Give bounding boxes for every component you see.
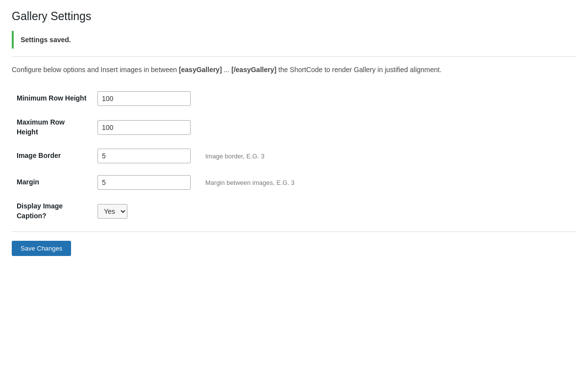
field-label-margin: Margin	[12, 169, 93, 196]
settings-row-max-row-height: Maximum Row Height	[12, 112, 576, 143]
field-label-image-border: Image Border	[12, 143, 93, 169]
field-hint-display-caption	[200, 196, 576, 227]
field-hint-min-row-height	[200, 85, 576, 112]
settings-row-margin: MarginMargin between images, E.G. 3	[12, 169, 576, 196]
settings-row-image-border: Image BorderImage border, E.G. 3	[12, 143, 576, 169]
input-margin[interactable]	[98, 175, 191, 190]
page-title: Gallery Settings	[12, 10, 576, 23]
save-changes-button[interactable]: Save Changes	[12, 241, 71, 256]
bottom-divider	[12, 231, 576, 232]
select-display-caption[interactable]: YesNo	[98, 204, 127, 219]
input-max-row-height[interactable]	[98, 120, 191, 135]
field-label-min-row-height: Minimum Row Height	[12, 85, 93, 112]
field-label-display-caption: Display Image Caption?	[12, 196, 93, 227]
settings-row-min-row-height: Minimum Row Height	[12, 85, 576, 112]
settings-row-display-caption: Display Image Caption?YesNo	[12, 196, 576, 227]
top-divider	[12, 56, 576, 57]
field-hint-image-border: Image border, E.G. 3	[200, 143, 576, 169]
settings-table: Minimum Row HeightMaximum Row HeightImag…	[12, 85, 576, 227]
field-hint-max-row-height	[200, 112, 576, 143]
notice-text: Settings saved.	[21, 36, 569, 44]
description: Configure below options and Insert image…	[12, 66, 576, 74]
field-hint-margin: Margin between images, E.G. 3	[200, 169, 576, 196]
field-label-max-row-height: Maximum Row Height	[12, 112, 93, 143]
settings-saved-notice: Settings saved.	[12, 31, 576, 49]
input-min-row-height[interactable]	[98, 91, 191, 106]
input-image-border[interactable]	[98, 149, 191, 163]
